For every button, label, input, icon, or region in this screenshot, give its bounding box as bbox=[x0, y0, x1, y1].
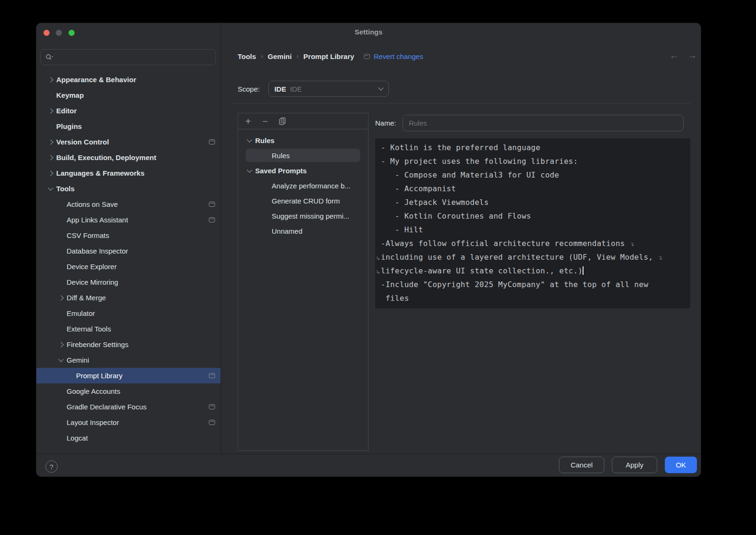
modified-indicator-icon bbox=[209, 139, 215, 144]
prompt-tree-item-label: Saved Prompts bbox=[255, 167, 307, 175]
sidebar-item-device-explorer[interactable]: Device Explorer bbox=[36, 259, 221, 274]
editor-line: ↳including use of a layered architecture… bbox=[375, 250, 690, 264]
sidebar-item-device-mirroring[interactable]: Device Mirroring bbox=[36, 274, 221, 290]
sidebar-item-label: Plugins bbox=[56, 122, 82, 130]
prompt-tree-item-label: Unnamed bbox=[272, 227, 302, 235]
soft-wrap-end-icon: ↴ bbox=[658, 255, 662, 261]
breadcrumb-prompt-library[interactable]: Prompt Library bbox=[303, 52, 354, 60]
cancel-button[interactable]: Cancel bbox=[559, 457, 604, 473]
editor-line-text: - Kotlin is the preferred language bbox=[381, 143, 541, 152]
breadcrumb-separator-icon: › bbox=[261, 52, 263, 60]
editor-line: - My project uses the following librarie… bbox=[375, 154, 690, 168]
name-input[interactable] bbox=[403, 115, 684, 131]
sidebar-item-emulator[interactable]: Emulator bbox=[36, 306, 221, 321]
breadcrumb-tools[interactable]: Tools bbox=[238, 52, 256, 60]
editor-line-text: -Include "Copyright 2025 MyCompany" at t… bbox=[381, 280, 648, 289]
sidebar-item-database-inspector[interactable]: Database Inspector bbox=[36, 243, 221, 259]
chevron-right-icon[interactable] bbox=[46, 75, 55, 85]
forward-icon[interactable]: → bbox=[688, 51, 697, 61]
chevron-down-icon[interactable] bbox=[245, 136, 254, 145]
sidebar-item-label: Layout Inspector bbox=[67, 418, 119, 426]
editor-line: - Kotlin Coroutines and Flows bbox=[375, 209, 690, 223]
chevron-down-icon[interactable] bbox=[46, 184, 55, 194]
name-label: Name: bbox=[375, 119, 396, 127]
remove-button[interactable]: − bbox=[260, 116, 270, 127]
breadcrumb: Tools › Gemini › Prompt Library Revert c… bbox=[238, 50, 423, 63]
chevron-right-icon[interactable] bbox=[56, 340, 66, 349]
search-input[interactable] bbox=[57, 53, 211, 61]
sidebar-item-plugins[interactable]: Plugins bbox=[36, 119, 221, 134]
prompt-tree-item-generate-crud-form[interactable]: Generate CRUD form bbox=[238, 193, 368, 208]
editor-line: - Kotlin is the preferred language bbox=[375, 141, 690, 154]
sidebar-item-label: Tools bbox=[56, 185, 75, 193]
help-button[interactable]: ? bbox=[45, 460, 58, 473]
sidebar-item-appearance-behavior[interactable]: Appearance & Behavior bbox=[36, 72, 221, 87]
add-button[interactable]: + bbox=[243, 116, 253, 127]
chevron-right-icon[interactable] bbox=[46, 106, 55, 116]
sidebar-item-label: Database Inspector bbox=[67, 247, 128, 255]
breadcrumb-gemini[interactable]: Gemini bbox=[268, 52, 292, 60]
modified-indicator-icon bbox=[364, 54, 370, 59]
settings-search[interactable] bbox=[40, 49, 216, 65]
sidebar-item-label: Version Control bbox=[56, 138, 109, 146]
chevron-down-icon[interactable] bbox=[56, 356, 66, 365]
sidebar-item-external-tools[interactable]: External Tools bbox=[36, 321, 221, 337]
breadcrumb-separator-icon: › bbox=[296, 52, 299, 60]
sidebar: Appearance & BehaviorKeymapEditorPlugins… bbox=[36, 43, 221, 453]
sidebar-item-version-control[interactable]: Version Control bbox=[36, 134, 221, 150]
prompt-tree-item-analyze-performance-b[interactable]: Analyze performance b... bbox=[238, 178, 368, 193]
sidebar-divider bbox=[221, 23, 221, 454]
chevron-right-icon[interactable] bbox=[56, 293, 66, 303]
prompt-tree-item-unnamed[interactable]: Unnamed bbox=[238, 223, 368, 238]
sidebar-item-label: Device Mirroring bbox=[67, 278, 118, 286]
chevron-down-icon[interactable] bbox=[245, 166, 254, 175]
sidebar-item-build-execution-deployment[interactable]: Build, Execution, Deployment bbox=[36, 150, 221, 165]
modified-indicator-icon bbox=[209, 373, 215, 378]
revert-changes-link[interactable]: Revert changes bbox=[374, 52, 423, 60]
back-icon[interactable]: ← bbox=[670, 51, 679, 61]
editor-line-text: including use of a layered architecture … bbox=[381, 253, 658, 262]
sidebar-item-label: Logcat bbox=[67, 434, 88, 442]
editor-line-text: lifecycle-aware UI state collection., et… bbox=[381, 266, 583, 275]
prompt-tree-item-label: Analyze performance b... bbox=[272, 182, 351, 190]
chevron-spacer bbox=[56, 309, 66, 318]
sidebar-item-google-accounts[interactable]: Google Accounts bbox=[36, 383, 221, 399]
chevron-right-icon[interactable] bbox=[46, 153, 55, 162]
editor-line: files bbox=[375, 291, 690, 305]
prompt-tree-item-rules[interactable]: Rules bbox=[238, 148, 368, 163]
duplicate-icon[interactable] bbox=[277, 116, 287, 127]
sidebar-item-tools[interactable]: Tools bbox=[36, 181, 221, 196]
revert-changes[interactable]: Revert changes bbox=[364, 52, 423, 60]
sidebar-item-gradle-declarative-focus[interactable]: Gradle Declarative Focus bbox=[36, 399, 221, 415]
sidebar-item-editor[interactable]: Editor bbox=[36, 103, 221, 119]
sidebar-item-label: External Tools bbox=[67, 325, 111, 333]
sidebar-item-gemini[interactable]: Gemini bbox=[36, 352, 221, 368]
ok-button[interactable]: OK bbox=[665, 457, 697, 473]
editor-line: - Compose and Material3 for UI code bbox=[375, 168, 690, 182]
prompt-editor[interactable]: - Kotlin is the preferred language- My p… bbox=[375, 138, 690, 308]
sidebar-item-languages-frameworks[interactable]: Languages & Frameworks bbox=[36, 165, 221, 181]
sidebar-item-layout-inspector[interactable]: Layout Inspector bbox=[36, 415, 221, 430]
sidebar-item-csv-formats[interactable]: CSV Formats bbox=[36, 228, 221, 243]
sidebar-item-label: Gemini bbox=[67, 356, 89, 364]
sidebar-item-diff-merge[interactable]: Diff & Merge bbox=[36, 290, 221, 306]
chevron-right-icon[interactable] bbox=[46, 137, 55, 147]
chevron-spacer bbox=[56, 324, 66, 334]
chevron-spacer bbox=[56, 433, 66, 443]
prompt-tree-item-saved-prompts[interactable]: Saved Prompts bbox=[238, 163, 368, 178]
apply-button[interactable]: Apply bbox=[612, 457, 657, 473]
sidebar-item-actions-on-save[interactable]: Actions on Save bbox=[36, 196, 221, 212]
prompt-tree-item-rules[interactable]: Rules bbox=[238, 133, 368, 148]
editor-line: -Always follow official architecture rec… bbox=[375, 237, 690, 250]
scope-row: Scope: IDE IDE bbox=[238, 81, 389, 97]
prompt-tree-item-suggest-missing-permi[interactable]: Suggest missing permi... bbox=[238, 208, 368, 223]
sidebar-item-keymap[interactable]: Keymap bbox=[36, 87, 221, 103]
sidebar-item-app-links-assistant[interactable]: App Links Assistant bbox=[36, 212, 221, 228]
sidebar-item-logcat[interactable]: Logcat bbox=[36, 430, 221, 446]
sidebar-item-firebender-settings[interactable]: Firebender Settings bbox=[36, 337, 221, 352]
title-bar[interactable]: Settings bbox=[36, 23, 701, 43]
sidebar-item-prompt-library[interactable]: Prompt Library bbox=[36, 368, 221, 383]
scope-dropdown[interactable]: IDE IDE bbox=[268, 81, 389, 97]
chevron-spacer bbox=[66, 371, 75, 381]
chevron-right-icon[interactable] bbox=[46, 169, 55, 178]
